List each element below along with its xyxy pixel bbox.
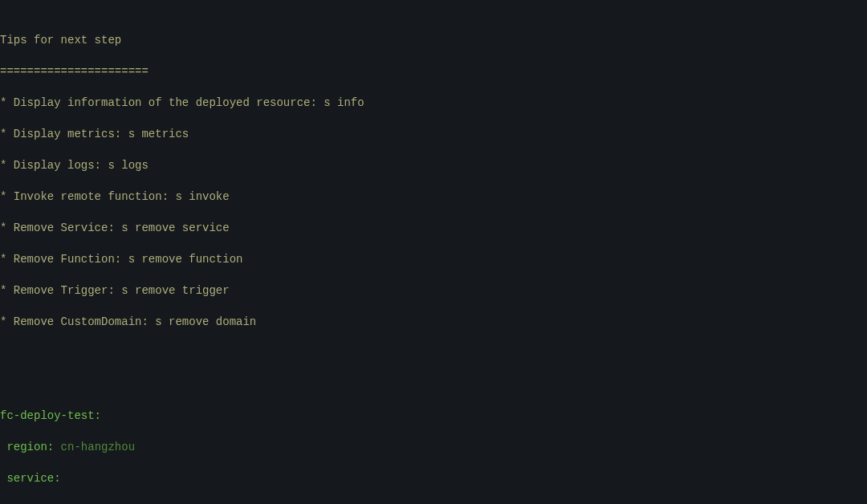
tips-header: Tips for next step: [0, 34, 121, 47]
tip-item: * Remove Trigger: s remove trigger: [0, 284, 230, 297]
tip-item: * Display information of the deployed re…: [0, 96, 364, 109]
tip-item: * Display metrics: s metrics: [0, 128, 189, 140]
tip-item: * Remove Service: s remove service: [0, 222, 230, 234]
tip-item: * Invoke remote function: s invoke: [0, 190, 230, 203]
tip-item: * Remove CustomDomain: s remove domain: [0, 315, 256, 328]
region-value: cn-hangzhou: [54, 441, 135, 453]
tips-divider: ======================: [0, 65, 149, 78]
service-key: service:: [0, 472, 61, 485]
region-key: region:: [0, 441, 54, 453]
tip-item: * Remove Function: s remove function: [0, 253, 242, 266]
root-key: fc-deploy-test:: [0, 409, 101, 422]
tip-item: * Display logs: s logs: [0, 159, 149, 172]
